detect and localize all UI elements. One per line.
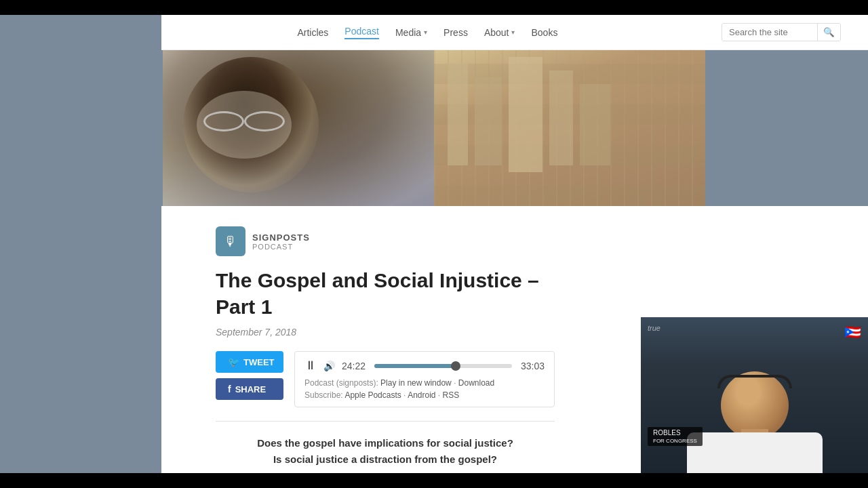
social-player-row: 🐦 TWEET f SHARE ⏸ 🔊 24:22 [216, 351, 555, 407]
tweet-button[interactable]: 🐦 TWEET [216, 351, 283, 373]
signposts-icon: 🎙 [224, 234, 237, 249]
article-question-1: Does the gospel have implications for so… [216, 435, 555, 451]
android-link[interactable]: Android [408, 390, 435, 400]
search-icon: 🔍 [823, 27, 835, 37]
volume-icon: 🔊 [323, 361, 335, 371]
rss-link[interactable]: RSS [443, 390, 460, 400]
social-buttons: 🐦 TWEET f SHARE [216, 351, 283, 400]
audio-player: ⏸ 🔊 24:22 33:03 Podcast (signposts): [294, 351, 555, 407]
play-new-window-link[interactable]: Play in new window [380, 378, 452, 388]
nav-books[interactable]: Books [531, 27, 557, 38]
share-button[interactable]: f SHARE [216, 378, 283, 400]
podcast-label: SIGNPOSTS PODCAST [252, 232, 310, 251]
player-links: Podcast (signposts): Play in new window … [304, 378, 545, 388]
progress-bar[interactable] [374, 364, 512, 368]
progress-thumb [451, 361, 460, 371]
play-pause-button[interactable]: ⏸ [304, 359, 317, 373]
main-content: 🎙 SIGNPOSTS PODCAST The Gospel and Socia… [216, 226, 555, 488]
facebook-icon: f [228, 384, 231, 394]
current-time: 24:22 [342, 361, 368, 371]
search-input[interactable] [722, 24, 817, 41]
webcam-overlay: ROBLES FOR CONGRESS 🇵🇷 true [641, 317, 868, 473]
podcast-sub: PODCAST [252, 243, 310, 251]
nav-about-label: About [484, 27, 509, 38]
download-link[interactable]: Download [458, 378, 494, 388]
webcam-inner: ROBLES FOR CONGRESS 🇵🇷 true [641, 317, 868, 473]
hero-image [163, 50, 705, 206]
nav-media-label: Media [395, 27, 421, 38]
nav-media[interactable]: Media ▾ [395, 27, 427, 38]
webcam-name: ROBLES [653, 429, 681, 436]
apple-podcasts-link[interactable]: Apple Podcasts [344, 390, 401, 400]
nav-about[interactable]: About ▾ [484, 27, 515, 38]
bottom-bar [0, 473, 868, 488]
chevron-down-icon-2: ▾ [511, 28, 515, 36]
headphones [717, 375, 792, 388]
podcast-name: SIGNPOSTS [252, 232, 310, 243]
bg-text: true [648, 324, 660, 332]
total-time: 33:03 [519, 361, 545, 371]
subscribe-label: Subscribe: [304, 390, 343, 400]
name-badge: ROBLES FOR CONGRESS [648, 427, 703, 446]
webcam-person: ROBLES FOR CONGRESS 🇵🇷 true [641, 317, 868, 473]
player-controls: ⏸ 🔊 24:22 33:03 [304, 359, 545, 373]
post-title: The Gospel and Social Injustice – Part 1 [216, 267, 555, 320]
post-date: September 7, 2018 [216, 327, 555, 338]
podcast-icon: 🎙 [216, 226, 245, 256]
progress-fill [374, 364, 457, 368]
content-divider [216, 421, 555, 422]
flag-badge: 🇵🇷 [844, 324, 861, 340]
nav-press[interactable]: Press [443, 27, 468, 38]
podcast-badge: 🎙 SIGNPOSTS PODCAST [216, 226, 555, 256]
podcast-signposts-label: Podcast (signposts): [304, 378, 378, 388]
top-bar [0, 0, 868, 15]
main-nav: Articles Podcast Media ▾ Press About ▾ B… [297, 26, 557, 39]
person-body [687, 432, 823, 473]
nav-articles[interactable]: Articles [297, 27, 328, 38]
pause-icon: ⏸ [304, 359, 317, 373]
subscribe-line: Subscribe: Apple Podcasts · Android · RS… [304, 390, 545, 400]
search-button[interactable]: 🔍 [817, 24, 840, 41]
search-box: 🔍 [722, 23, 841, 41]
article-question-2: Is social justice a distraction from the… [216, 451, 555, 468]
chevron-down-icon: ▾ [424, 28, 427, 36]
nav-podcast[interactable]: Podcast [344, 26, 379, 39]
twitter-icon: 🐦 [228, 357, 239, 367]
article-intro: Does the gospel have implications for so… [216, 435, 555, 468]
left-sidebar [0, 15, 161, 473]
